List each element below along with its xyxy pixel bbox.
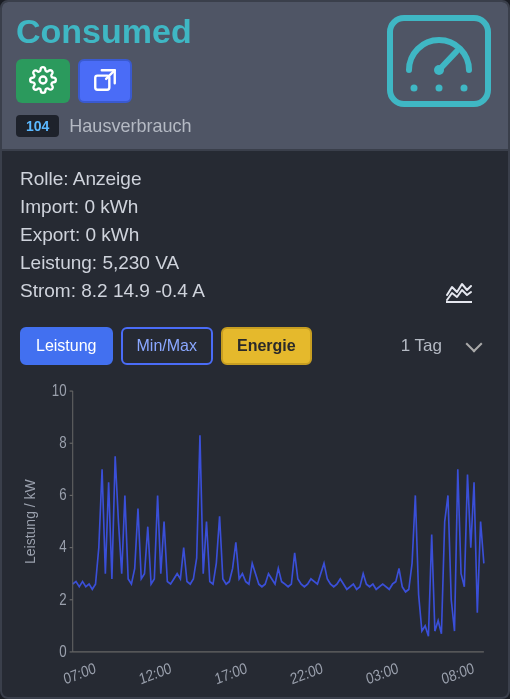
range-value: 1 Tag [401,336,442,356]
svg-text:2: 2 [59,591,66,608]
chart-area: Leistung / kW 024681007:0012:0017:0022:0… [20,379,490,693]
svg-text:22:00: 22:00 [288,659,324,688]
device-card: Consumed [0,0,510,699]
svg-point-6 [436,85,443,92]
svg-text:4: 4 [59,538,66,555]
info-import: Import: 0 kWh [20,196,490,218]
badge-row: 104 Hausverbrauch [16,115,494,137]
svg-line-4 [439,52,456,70]
info-strom: Strom: 8.2 14.9 -0.4 A [20,280,490,302]
card-header: Consumed [2,2,508,151]
svg-text:10: 10 [52,382,67,399]
svg-text:17:00: 17:00 [213,659,249,688]
tab-energie[interactable]: Energie [221,327,312,365]
gauge-icon [384,12,494,116]
line-chart-icon [446,289,472,306]
tab-minmax[interactable]: Min/Max [121,327,213,365]
device-id-badge: 104 [16,115,59,137]
range-select[interactable]: 1 Tag [391,330,490,362]
expand-button[interactable] [78,59,132,103]
chevron-down-icon [466,336,483,353]
svg-point-5 [411,85,418,92]
settings-button[interactable] [16,59,70,103]
y-axis-label: Leistung / kW [20,379,40,665]
card-body: Rolle: Anzeige Import: 0 kWh Export: 0 k… [2,151,508,697]
info-rolle: Rolle: Anzeige [20,168,490,190]
svg-point-0 [40,76,47,83]
chart-controls: Leistung Min/Max Energie 1 Tag [20,327,490,365]
svg-text:08:00: 08:00 [440,659,476,688]
svg-text:6: 6 [59,486,66,503]
chart-plot[interactable]: 024681007:0012:0017:0022:0003:0008:00 [40,379,490,693]
svg-text:0: 0 [59,643,66,660]
popout-icon [92,67,118,96]
svg-text:07:00: 07:00 [61,659,97,688]
info-export: Export: 0 kWh [20,224,490,246]
device-label: Hausverbrauch [69,116,191,137]
svg-text:8: 8 [59,434,66,451]
svg-point-7 [461,85,468,92]
chart-type-button[interactable] [446,281,472,307]
info-leistung: Leistung: 5,230 VA [20,252,490,274]
tab-leistung[interactable]: Leistung [20,327,113,365]
svg-text:12:00: 12:00 [137,659,173,688]
svg-text:03:00: 03:00 [364,659,400,688]
gear-icon [29,66,57,97]
